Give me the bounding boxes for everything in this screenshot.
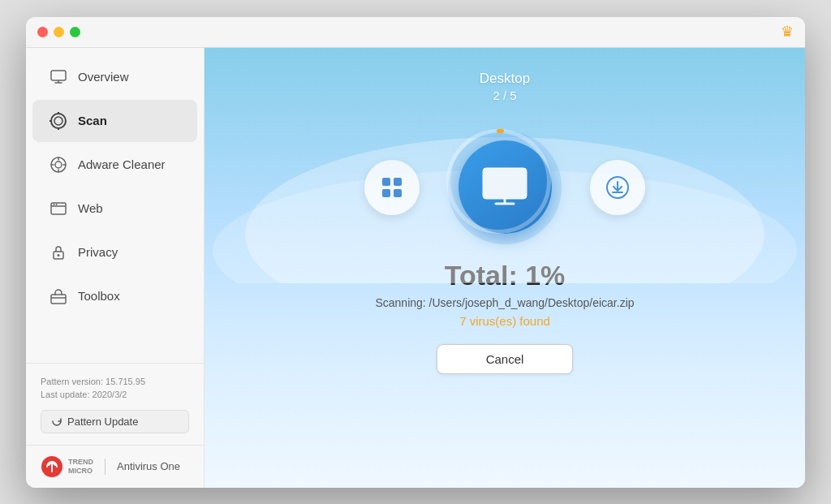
svg-point-7 (55, 162, 62, 168)
sidebar-item-adware[interactable]: Adware Cleaner (32, 144, 197, 186)
crown-icon: ♛ (781, 23, 794, 41)
progress-ring (442, 125, 555, 238)
apps-circle-button[interactable] (364, 160, 420, 215)
sidebar-item-toolbox[interactable]: Toolbox (32, 275, 197, 317)
sidebar-item-privacy[interactable]: Privacy (32, 231, 197, 274)
toolbox-icon (47, 285, 70, 308)
sidebar-item-scan[interactable]: Scan (32, 100, 197, 142)
brand-divider (105, 459, 105, 475)
pattern-info: Pattern version: 15.715.95 Last update: … (41, 375, 189, 402)
update-button-label: Pattern Update (67, 416, 138, 428)
sidebar-item-label: Scan (78, 114, 107, 127)
download-icon (605, 174, 631, 200)
app-window: ♛ Overview (26, 17, 805, 488)
cancel-button[interactable]: Cancel (437, 344, 574, 374)
scan-header: Desktop 2 / 5 (480, 71, 530, 102)
virus-found-label: 7 virus(es) found (375, 314, 634, 328)
scan-step-indicator: 2 / 5 (480, 88, 530, 102)
download-circle-button[interactable] (590, 160, 645, 215)
sidebar-item-label: Overview (78, 70, 129, 84)
svg-rect-20 (382, 189, 390, 197)
minimize-button[interactable] (54, 27, 64, 37)
svg-point-10 (56, 204, 58, 205)
svg-point-1 (51, 114, 66, 128)
scanning-path-label: Scanning: /Users/joseph_d_wang/Desktop/e… (375, 296, 634, 309)
sidebar: Overview Scan (26, 48, 205, 488)
svg-point-24 (449, 131, 549, 231)
privacy-icon (47, 241, 70, 264)
svg-rect-21 (394, 189, 402, 197)
trend-micro-logo-icon (41, 455, 63, 478)
sidebar-item-web[interactable]: Web (32, 187, 197, 230)
pattern-version: Pattern version: 15.715.95 (41, 375, 189, 389)
adware-icon (47, 153, 70, 176)
refresh-icon (51, 416, 62, 427)
maximize-button[interactable] (70, 27, 80, 37)
svg-rect-18 (382, 178, 390, 186)
svg-rect-13 (51, 295, 66, 304)
last-update: Last update: 2020/3/2 (41, 388, 189, 402)
sidebar-item-label: Toolbox (78, 289, 120, 303)
web-icon (47, 197, 70, 220)
sidebar-item-label: Adware Cleaner (78, 157, 166, 171)
sidebar-item-overview[interactable]: Overview (32, 56, 197, 98)
scan-icons-row (364, 135, 645, 240)
svg-point-2 (54, 117, 62, 125)
titlebar: ♛ (26, 17, 805, 48)
scan-icon (47, 110, 70, 132)
sidebar-item-label: Web (78, 201, 103, 215)
sidebar-item-label: Privacy (78, 245, 118, 259)
traffic-lights (37, 27, 80, 37)
svg-rect-0 (51, 71, 66, 80)
pattern-update-button[interactable]: Pattern Update (41, 410, 189, 433)
svg-rect-19 (394, 178, 402, 186)
brand-product-name: Antivirus One (117, 460, 180, 472)
trend-micro-text: TRENDMICRO (68, 458, 93, 476)
scan-main-circle (452, 135, 558, 240)
sidebar-footer: Pattern version: 15.715.95 Last update: … (26, 363, 204, 445)
app-body: Overview Scan (26, 48, 805, 488)
apps-icon (379, 174, 405, 200)
brand-area: TRENDMICRO Antivirus One (26, 445, 204, 488)
monitor-icon (47, 66, 70, 88)
svg-point-9 (54, 204, 55, 205)
nav-menu: Overview Scan (26, 48, 204, 363)
brand-logo: TRENDMICRO (41, 455, 93, 478)
scan-location-title: Desktop (480, 71, 530, 87)
main-content: Desktop 2 / 5 (205, 48, 805, 488)
close-button[interactable] (37, 27, 48, 37)
svg-point-12 (58, 254, 60, 256)
